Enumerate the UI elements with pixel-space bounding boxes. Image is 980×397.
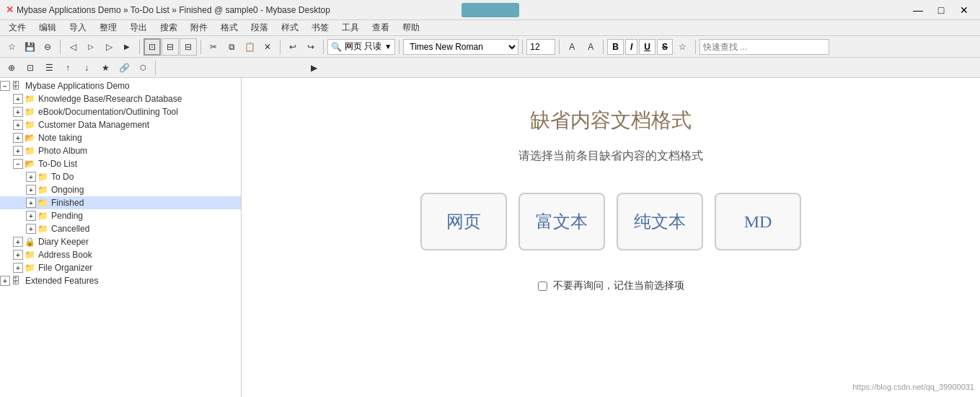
format-btn-richtext[interactable]: 富文本 xyxy=(518,193,605,250)
remember-checkbox[interactable] xyxy=(538,282,547,291)
toolbar-btn-star[interactable]: ☆ xyxy=(674,38,692,56)
menu-style[interactable]: 样式 xyxy=(275,20,304,35)
toggle-pending[interactable]: + xyxy=(26,211,36,221)
toolbar-btn-new[interactable]: ☆ xyxy=(3,38,20,56)
toolbar-btn-forward[interactable]: ▷ xyxy=(100,38,118,56)
format-btn-plaintext[interactable]: 纯文本 xyxy=(617,193,703,250)
tree-item-photo[interactable]: + 📁 Photo Album xyxy=(0,144,241,157)
toolbar-btn-undo[interactable]: ↩ xyxy=(284,38,301,56)
tree-item-ebook[interactable]: + 📁 eBook/Documentation/Outlining Tool xyxy=(0,105,241,118)
menu-paragraph[interactable]: 段落 xyxy=(245,20,274,35)
toolbar-btn-copy[interactable]: ⧉ xyxy=(223,38,240,56)
toolbar2-btn4[interactable]: ↑ xyxy=(59,59,76,77)
toolbar-btn-forward2[interactable]: ▶ xyxy=(118,38,136,56)
search-dropdown-icon[interactable]: ▼ xyxy=(384,43,392,51)
toggle-fileorg[interactable]: + xyxy=(13,263,23,273)
toolbar2-btn5[interactable]: ↓ xyxy=(78,59,95,77)
toggle-ongoing[interactable]: + xyxy=(26,185,36,195)
tree-item-note[interactable]: + 📂 Note taking xyxy=(0,131,241,144)
toggle-diary[interactable]: + xyxy=(13,237,23,247)
menu-search[interactable]: 搜索 xyxy=(154,20,183,35)
tree-item-cancelled[interactable]: + 📁 Cancelled xyxy=(0,222,241,235)
toolbar-btn-redo[interactable]: ↪ xyxy=(302,38,319,56)
toolbar2-btn2[interactable]: ⊡ xyxy=(22,59,39,77)
tree-item-extended[interactable]: + 🗄 Extended Features xyxy=(0,274,241,287)
toggle-todo[interactable]: − xyxy=(13,159,23,169)
underline-button[interactable]: U xyxy=(639,39,655,55)
tree-item-todo[interactable]: − 📂 To-Do List xyxy=(0,157,241,170)
sep-7 xyxy=(522,40,523,54)
icon-photo: 📁 xyxy=(25,146,36,156)
toolbar-btn-view1[interactable]: ⊡ xyxy=(144,38,161,56)
toolbar-btn-view3[interactable]: ⊟ xyxy=(180,38,197,56)
italic-button[interactable]: I xyxy=(625,39,637,55)
toolbar-btn-save[interactable]: 💾 xyxy=(21,38,38,56)
toggle-note[interactable]: + xyxy=(13,133,23,143)
toolbar2-btn6[interactable]: ★ xyxy=(97,59,114,77)
tree-item-todo-todo[interactable]: + 📁 To Do xyxy=(0,170,241,183)
minimize-button[interactable]: — xyxy=(908,3,928,17)
toolbar-edit-group: ✂ ⧉ 📋 ✕ xyxy=(205,38,276,56)
toolbar-btn-highlight[interactable]: A xyxy=(582,38,599,56)
sidebar[interactable]: − 🗄 Mybase Applications Demo + 📁 Knowled… xyxy=(0,78,242,397)
sep-2 xyxy=(139,40,140,54)
toggle-finished[interactable]: + xyxy=(26,198,36,208)
menu-export[interactable]: 导出 xyxy=(124,20,153,35)
label-note: Note taking xyxy=(38,133,82,143)
toolbar2-btn7[interactable]: 🔗 xyxy=(115,59,133,77)
strikethrough-button[interactable]: S xyxy=(657,39,673,55)
menu-file[interactable]: 文件 xyxy=(3,20,32,35)
toggle-extended[interactable]: + xyxy=(0,276,10,286)
icon-customer: 📁 xyxy=(25,120,36,130)
tree-item-fileorg[interactable]: + 📁 File Organizer xyxy=(0,261,241,274)
font-selector[interactable]: Times New Roman xyxy=(403,39,518,55)
toolbar-btn-paste[interactable]: 📋 xyxy=(241,38,258,56)
toolbar2-right-btn[interactable]: ▶ xyxy=(305,59,322,77)
toggle-kb[interactable]: + xyxy=(13,94,23,104)
quick-search-input[interactable] xyxy=(699,39,829,55)
toggle-cancelled[interactable]: + xyxy=(26,224,36,234)
close-button[interactable]: ✕ xyxy=(954,3,974,17)
menu-edit[interactable]: 编辑 xyxy=(33,20,62,35)
toolbar-btn-delete[interactable]: ✕ xyxy=(259,38,276,56)
toggle-ebook[interactable]: + xyxy=(13,107,23,117)
menu-view[interactable]: 查看 xyxy=(366,20,395,35)
maximize-button[interactable]: □ xyxy=(931,3,951,17)
toggle-todo-todo[interactable]: + xyxy=(26,172,36,182)
toolbar2-btn3[interactable]: ☰ xyxy=(40,59,58,77)
toolbar-btn-back2[interactable]: ▷ xyxy=(82,38,100,56)
tree-item-finished[interactable]: + 📁 Finished xyxy=(0,196,241,209)
tree-item-pending[interactable]: + 📁 Pending xyxy=(0,209,241,222)
tree-item-ongoing[interactable]: + 📁 Ongoing xyxy=(0,183,241,196)
menu-attachment[interactable]: 附件 xyxy=(185,20,213,35)
format-btn-webpage[interactable]: 网页 xyxy=(420,193,507,250)
menu-bookmark[interactable]: 书签 xyxy=(306,20,335,35)
toolbar-btn-cut[interactable]: ✂ xyxy=(205,38,222,56)
dialog-subtitle: 请选择当前条目缺省内容的文档格式 xyxy=(518,149,703,164)
format-btn-md[interactable]: MD xyxy=(715,193,801,250)
toggle-address[interactable]: + xyxy=(13,250,23,260)
toggle-root[interactable]: − xyxy=(0,81,10,91)
menu-organize[interactable]: 整理 xyxy=(94,20,123,35)
tree-item-kb[interactable]: + 📁 Knowledge Base/Research Database xyxy=(0,92,241,105)
toolbar-btn-fontcolor[interactable]: A xyxy=(563,38,581,56)
menu-tools[interactable]: 工具 xyxy=(336,20,365,35)
tree-item-root[interactable]: − 🗄 Mybase Applications Demo xyxy=(0,79,241,92)
toolbar2-btn1[interactable]: ⊕ xyxy=(3,59,20,77)
label-kb: Knowledge Base/Research Database xyxy=(38,94,182,104)
toggle-customer[interactable]: + xyxy=(13,120,23,130)
toggle-photo[interactable]: + xyxy=(13,146,23,156)
toolbar2-btn8[interactable]: ⬡ xyxy=(134,59,151,77)
tree-item-address[interactable]: + 📁 Address Book xyxy=(0,248,241,261)
search-combo[interactable]: 🔍 网页 只读 ▼ xyxy=(327,39,395,55)
tree-item-diary[interactable]: + 🔒 Diary Keeper xyxy=(0,235,241,248)
menu-import[interactable]: 导入 xyxy=(63,20,92,35)
toolbar-btn-close[interactable]: ⊖ xyxy=(39,38,56,56)
toolbar-btn-view2[interactable]: ⊟ xyxy=(162,38,179,56)
menu-format[interactable]: 格式 xyxy=(215,20,244,35)
tree-item-customer[interactable]: + 📁 Customer Data Management xyxy=(0,118,241,131)
bold-button[interactable]: B xyxy=(607,39,624,55)
menu-help[interactable]: 帮助 xyxy=(397,20,425,35)
toolbar-btn-back[interactable]: ◁ xyxy=(64,38,81,56)
font-size-input[interactable] xyxy=(526,39,555,55)
